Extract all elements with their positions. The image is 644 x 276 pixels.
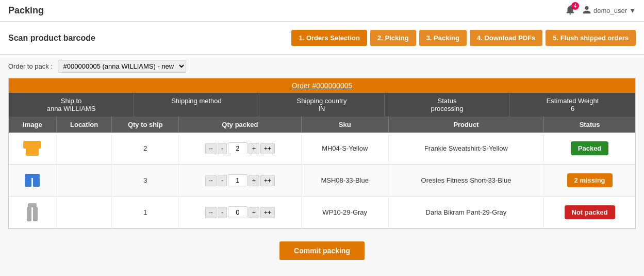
qty-plus-plus-btn[interactable]: ++ (260, 143, 275, 154)
status-label: Status (388, 97, 506, 105)
status-cell: Status processing (385, 93, 510, 117)
table-header-row: Image Location Qty to ship Qty packed Sk… (9, 117, 635, 133)
product-image (21, 201, 44, 224)
product-qty-to-ship: 3 (112, 165, 179, 197)
status-badge: 2 missing (567, 173, 613, 187)
product-image (21, 137, 44, 160)
status-value: processing (388, 105, 506, 112)
shipping-country-cell: Shipping country IN (259, 93, 385, 117)
svg-rect-4 (25, 174, 40, 178)
qty-plus-btn[interactable]: + (249, 207, 259, 218)
svg-rect-9 (33, 207, 38, 221)
svg-rect-6 (33, 177, 40, 187)
commit-row: Commit packing (0, 234, 644, 267)
step-packing[interactable]: 3. Packing (419, 30, 467, 46)
shipping-country-label: Shipping country (262, 97, 381, 105)
step-flush-shipped[interactable]: 5. Flush shipped orders (546, 30, 636, 46)
steps-nav: 1. Orders Selection 2. Picking 3. Packin… (291, 30, 636, 46)
qty-controls: -- - + ++ (182, 142, 298, 154)
table-row: 3 -- - + ++ MSH08-33-Blue Orestes Fitnes… (9, 165, 635, 197)
order-container: Order #000000005 Ship to anna WILLIAMS S… (8, 78, 636, 229)
step-picking[interactable]: 2. Picking (370, 30, 416, 46)
top-bar-right: 4 demo_user ▼ (565, 4, 636, 17)
top-bar: Packing 4 demo_user ▼ (0, 0, 644, 22)
svg-rect-2 (36, 141, 41, 149)
table-row: 2 -- - + ++ MH04-S-Yellow Frankie Sweats… (9, 133, 635, 165)
qty-plus-plus-btn[interactable]: ++ (260, 207, 275, 218)
product-name: Daria Bikram Pant-29-Gray (388, 197, 543, 229)
user-dropdown-icon[interactable]: ▼ (629, 7, 636, 14)
qty-plus-btn[interactable]: + (249, 143, 259, 154)
notification-badge: 4 (571, 2, 579, 10)
products-table: Image Location Qty to ship Qty packed Sk… (9, 117, 635, 229)
order-header: Order #000000005 (9, 78, 635, 93)
col-product: Product (388, 117, 543, 133)
step-orders-selection[interactable]: 1. Orders Selection (291, 30, 367, 46)
qty-minus-minus-btn[interactable]: -- (205, 143, 217, 154)
shipping-country-value: IN (262, 105, 381, 112)
qty-minus-minus-btn[interactable]: -- (205, 207, 217, 218)
product-name: Orestes Fitness Short-33-Blue (388, 165, 543, 197)
page-title: Packing (8, 5, 44, 16)
product-qty-to-ship: 1 (112, 197, 179, 229)
order-link[interactable]: Order #000000005 (292, 82, 353, 90)
product-status-cell: Not packed (544, 197, 635, 229)
qty-packed-input[interactable] (228, 174, 247, 186)
table-row: 1 -- - + ++ WP10-29-Gray Daria Bikram Pa… (9, 197, 635, 229)
col-location: Location (56, 117, 112, 133)
product-sku: WP10-29-Gray (301, 197, 388, 229)
product-status-cell: 2 missing (544, 165, 635, 197)
svg-rect-3 (26, 150, 39, 156)
product-image-cell (9, 133, 56, 165)
svg-rect-8 (27, 207, 31, 221)
step-download-pdfs[interactable]: 4. Download PDFs (470, 30, 542, 46)
status-badge: Packed (571, 141, 609, 155)
qty-controls: -- - + ++ (182, 206, 298, 218)
user-menu[interactable]: demo_user ▼ (582, 5, 636, 16)
scan-bar: Scan product barcode 1. Orders Selection… (0, 22, 644, 55)
user-icon (582, 5, 591, 16)
order-select-row: Order to pack : #000000005 (anna WILLIAM… (0, 55, 644, 78)
qty-controls: -- - + ++ (182, 174, 298, 186)
col-sku: Sku (301, 117, 388, 133)
col-qty-to-ship: Qty to ship (112, 117, 179, 133)
svg-rect-5 (25, 177, 31, 187)
qty-minus-btn[interactable]: - (218, 207, 227, 218)
qty-plus-plus-btn[interactable]: ++ (260, 175, 275, 186)
svg-rect-7 (28, 203, 37, 207)
col-status: Status (544, 117, 635, 133)
qty-minus-btn[interactable]: - (218, 175, 227, 186)
product-sku: MSH08-33-Blue (301, 165, 388, 197)
product-image-cell (9, 165, 56, 197)
product-qty-packed-cell: -- - + ++ (179, 133, 301, 165)
product-image-cell (9, 197, 56, 229)
product-qty-packed-cell: -- - + ++ (179, 165, 301, 197)
qty-plus-btn[interactable]: + (249, 175, 259, 186)
product-status-cell: Packed (544, 133, 635, 165)
commit-packing-button[interactable]: Commit packing (279, 241, 365, 260)
ship-to-label: Ship to (12, 97, 130, 105)
ship-to-name: anna WILLIAMS (12, 105, 130, 112)
username-label: demo_user (593, 7, 627, 14)
notification-icon[interactable]: 4 (565, 4, 576, 17)
qty-minus-btn[interactable]: - (218, 143, 227, 154)
col-qty-packed: Qty packed (179, 117, 301, 133)
ship-to-cell: Ship to anna WILLIAMS (9, 93, 134, 117)
product-image (21, 169, 44, 192)
weight-label: Estimated Weight (513, 97, 632, 105)
shipping-method-cell: Shipping method (134, 93, 259, 117)
qty-minus-minus-btn[interactable]: -- (205, 175, 217, 186)
product-qty-to-ship: 2 (112, 133, 179, 165)
order-select[interactable]: #000000005 (anna WILLIAMS) - new (58, 60, 186, 73)
product-sku: MH04-S-Yellow (301, 133, 388, 165)
status-badge: Not packed (565, 205, 615, 219)
svg-rect-1 (23, 141, 28, 149)
qty-packed-input[interactable] (228, 206, 247, 218)
scan-bar-title: Scan product barcode (8, 34, 95, 43)
shipping-method-label: Shipping method (137, 97, 256, 105)
product-location (56, 165, 112, 197)
weight-cell: Estimated Weight 6 (510, 93, 635, 117)
qty-packed-input[interactable] (228, 142, 247, 154)
order-select-label: Order to pack : (8, 62, 53, 70)
product-location (56, 197, 112, 229)
